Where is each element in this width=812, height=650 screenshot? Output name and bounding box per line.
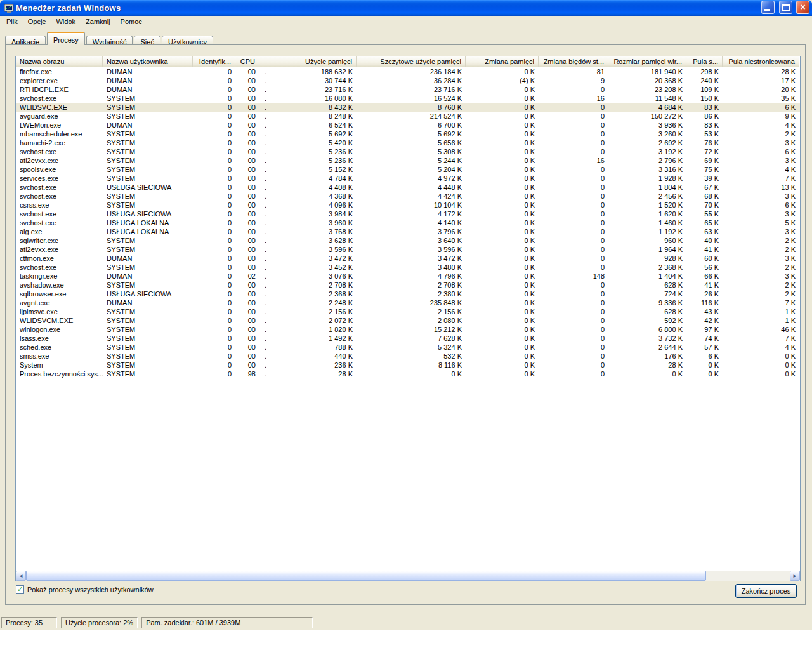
table-cell: 6 K bbox=[723, 201, 799, 209]
table-cell: 0 K bbox=[466, 254, 539, 263]
table-cell: lsass.exe bbox=[16, 334, 103, 343]
horizontal-scrollbar[interactable]: ◄ ► bbox=[16, 571, 800, 581]
table-row[interactable]: lsass.exeSYSTEM000.1 492 K7 628 K0 K03 7… bbox=[16, 334, 800, 343]
column-header[interactable]: CPU bbox=[235, 56, 259, 67]
table-cell: DUMAN bbox=[103, 121, 193, 129]
close-button[interactable]: × bbox=[796, 1, 809, 14]
table-cell: 5 308 K bbox=[357, 147, 466, 156]
table-row[interactable]: taskmgr.exeDUMAN002.3 076 K4 796 K0 K148… bbox=[16, 272, 800, 281]
table-row[interactable]: svchost.exeSYSTEM000.3 452 K3 480 K0 K02… bbox=[16, 263, 800, 272]
table-cell: 150 K bbox=[686, 94, 723, 103]
table-cell: . bbox=[259, 209, 270, 218]
table-row[interactable]: ijplmsvc.exeSYSTEM000.2 156 K2 156 K0 K0… bbox=[16, 307, 800, 316]
table-row[interactable]: ati2evxx.exeSYSTEM000.5 236 K5 244 K0 K1… bbox=[16, 156, 800, 165]
table-row[interactable]: svchost.exeUSŁUGA SIECIOWA000.3 984 K4 1… bbox=[16, 209, 800, 218]
table-row[interactable]: RTHDCPL.EXEDUMAN000.23 716 K23 716 K0 K0… bbox=[16, 85, 800, 94]
table-row[interactable]: sched.exeSYSTEM000.788 K5 324 K0 K02 644… bbox=[16, 343, 800, 352]
table-row[interactable]: Proces bezczynności sys...SYSTEM098.28 K… bbox=[16, 369, 800, 378]
table-cell: 2 K bbox=[723, 289, 799, 298]
end-process-button[interactable]: Zakończ proces bbox=[735, 584, 797, 598]
table-cell: . bbox=[259, 94, 270, 103]
table-cell: 55 K bbox=[686, 209, 723, 218]
column-header[interactable]: Identyfik... bbox=[193, 56, 235, 67]
table-row[interactable]: spoolsv.exeSYSTEM000.5 152 K5 204 K0 K03… bbox=[16, 165, 800, 174]
table-row[interactable]: mbamscheduler.exeSYSTEM000.5 692 K5 692 … bbox=[16, 129, 800, 138]
table-cell: 298 K bbox=[686, 67, 723, 76]
table-row[interactable]: avgnt.exeDUMAN000.2 248 K235 848 K0 K09 … bbox=[16, 298, 800, 307]
table-row[interactable]: firefox.exeDUMAN000.188 632 K236 184 K0 … bbox=[16, 67, 800, 76]
table-cell: 0 bbox=[539, 85, 608, 94]
table-row[interactable]: ati2evxx.exeSYSTEM000.3 596 K3 596 K0 K0… bbox=[16, 245, 800, 254]
table-cell: 43 K bbox=[686, 307, 723, 316]
menu-zamknij[interactable]: Zamknij bbox=[81, 16, 115, 27]
table-row[interactable]: winlogon.exeSYSTEM000.1 820 K15 212 K0 K… bbox=[16, 325, 800, 334]
table-cell: avshadow.exe bbox=[16, 281, 103, 289]
table-cell: 7 K bbox=[723, 334, 799, 343]
tab-procesy[interactable]: Procesy bbox=[47, 32, 85, 45]
table-row[interactable]: WLIDSVCM.EXESYSTEM000.2 072 K2 080 K0 K0… bbox=[16, 316, 800, 325]
table-row[interactable]: avshadow.exeSYSTEM000.2 708 K2 708 K0 K0… bbox=[16, 281, 800, 289]
table-cell: USŁUGA SIECIOWA bbox=[103, 209, 193, 218]
scrollbar-thumb[interactable] bbox=[26, 571, 706, 581]
table-row[interactable]: SystemSYSTEM000.236 K8 116 K0 K028 K0 K0… bbox=[16, 361, 800, 369]
table-cell: 56 K bbox=[686, 263, 723, 272]
menu-widok[interactable]: Widok bbox=[51, 16, 81, 27]
column-header[interactable]: Użycie pamięci bbox=[270, 56, 357, 67]
table-cell: 2 K bbox=[723, 263, 799, 272]
table-row[interactable]: svchost.exeUSŁUGA SIECIOWA000.4 408 K4 4… bbox=[16, 183, 800, 192]
table-cell: 1 192 K bbox=[608, 227, 686, 236]
column-header[interactable]: Zmiana błędów st... bbox=[539, 56, 608, 67]
table-cell: svchost.exe bbox=[16, 209, 103, 218]
column-header[interactable]: Pula s... bbox=[686, 56, 723, 67]
table-row[interactable]: avguard.exeSYSTEM000.8 248 K214 524 K0 K… bbox=[16, 112, 800, 121]
maximize-button[interactable] bbox=[779, 1, 792, 14]
table-row[interactable]: csrss.exeSYSTEM000.4 096 K10 104 K0 K01 … bbox=[16, 201, 800, 209]
table-row[interactable]: explorer.exeDUMAN000.30 744 K36 284 K(4)… bbox=[16, 76, 800, 85]
table-cell: USŁUGA LOKALNA bbox=[103, 218, 193, 227]
table-row[interactable]: LWEMon.exeDUMAN000.6 524 K6 700 K0 K03 9… bbox=[16, 121, 800, 129]
table-row[interactable]: sqlwriter.exeSYSTEM000.3 628 K3 640 K0 K… bbox=[16, 236, 800, 245]
titlebar[interactable]: Menedżer zadań Windows × bbox=[0, 0, 812, 16]
column-header[interactable]: Zmiana pamięci bbox=[466, 56, 539, 67]
table-row[interactable]: svchost.exeUSŁUGA LOKALNA000.3 960 K4 14… bbox=[16, 218, 800, 227]
scrollbar-track[interactable] bbox=[26, 571, 790, 581]
table-row[interactable]: smss.exeSYSTEM000.440 K532 K0 K0176 K6 K… bbox=[16, 352, 800, 361]
scroll-right-button[interactable]: ► bbox=[790, 571, 800, 581]
table-cell: 0 bbox=[539, 343, 608, 352]
table-cell: 0 K bbox=[466, 227, 539, 236]
table-row[interactable]: hamachi-2.exeSYSTEM000.5 420 K5 656 K0 K… bbox=[16, 138, 800, 147]
app-icon bbox=[4, 3, 14, 13]
column-header[interactable]: Szczytowe użycie pamięci bbox=[357, 56, 466, 67]
menu-plik[interactable]: Plik bbox=[1, 16, 23, 27]
table-cell: 3 K bbox=[723, 192, 799, 201]
process-list[interactable]: Nazwa obrazuNazwa użytkownikaIdentyfik..… bbox=[15, 56, 801, 581]
table-cell: 1 K bbox=[723, 307, 799, 316]
table-row[interactable]: alg.exeUSŁUGA LOKALNA000.3 768 K3 796 K0… bbox=[16, 227, 800, 236]
table-cell: 00 bbox=[235, 156, 259, 165]
menu-opcje[interactable]: Opcje bbox=[23, 16, 51, 27]
table-row[interactable]: sqlbrowser.exeUSŁUGA SIECIOWA000.2 368 K… bbox=[16, 289, 800, 298]
menu-pomoc[interactable]: Pomoc bbox=[115, 16, 147, 27]
table-cell: 00 bbox=[235, 94, 259, 103]
column-header[interactable] bbox=[259, 56, 270, 67]
table-row[interactable]: ctfmon.exeDUMAN000.3 472 K3 472 K0 K0928… bbox=[16, 254, 800, 263]
column-header[interactable]: Pula niestronicowana bbox=[723, 56, 799, 67]
column-header[interactable]: Nazwa obrazu bbox=[16, 56, 103, 67]
table-row[interactable]: svchost.exeSYSTEM000.4 368 K4 424 K0 K02… bbox=[16, 192, 800, 201]
table-row[interactable]: svchost.exeSYSTEM000.5 236 K5 308 K0 K03… bbox=[16, 147, 800, 156]
table-row[interactable]: svchost.exeSYSTEM000.16 080 K16 524 K0 K… bbox=[16, 94, 800, 103]
table-cell: 41 K bbox=[686, 281, 723, 289]
table-cell: SYSTEM bbox=[103, 281, 193, 289]
scroll-left-button[interactable]: ◄ bbox=[16, 571, 26, 581]
table-cell: . bbox=[259, 192, 270, 201]
table-cell: 00 bbox=[235, 325, 259, 334]
table-cell: . bbox=[259, 361, 270, 369]
column-header[interactable]: Rozmiar pamięci wir... bbox=[608, 56, 686, 67]
table-row[interactable]: services.exeSYSTEM000.4 784 K4 972 K0 K0… bbox=[16, 174, 800, 183]
minimize-button[interactable] bbox=[761, 1, 775, 14]
table-cell: 00 bbox=[235, 307, 259, 316]
table-row[interactable]: WLIDSVC.EXESYSTEM000.8 432 K8 760 K0 K04… bbox=[16, 103, 800, 112]
show-all-processes-checkbox[interactable]: ✓ Pokaż procesy wszystkich użytkowników bbox=[16, 585, 154, 594]
column-header[interactable]: Nazwa użytkownika bbox=[103, 56, 193, 67]
checkbox-check-icon[interactable]: ✓ bbox=[16, 585, 24, 594]
